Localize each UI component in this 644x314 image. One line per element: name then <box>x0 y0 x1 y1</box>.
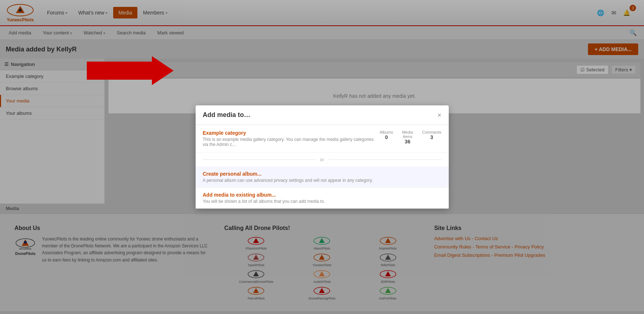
stat-albums: Albums 0 <box>380 130 393 145</box>
stat-comments: Comments 3 <box>422 130 441 145</box>
option-existing-desc: You will be shown a list of all albums t… <box>203 199 442 204</box>
modal-close-button[interactable]: × <box>438 112 442 118</box>
modal-category-row[interactable]: Example category This is an example medi… <box>196 125 449 152</box>
modal-option-create-album[interactable]: Create personal album... A personal albu… <box>196 167 449 188</box>
divider-line-right <box>328 159 441 160</box>
modal-title: Add media to… <box>203 111 251 119</box>
category-desc: This is an example media gallery categor… <box>203 137 380 147</box>
arrow-container <box>87 54 174 88</box>
option-create-desc: A personal album can use advanced privac… <box>203 178 442 183</box>
red-arrow-icon <box>87 54 174 87</box>
divider-line-left <box>203 159 316 160</box>
modal: Add media to… × Example category This is… <box>196 105 449 209</box>
modal-header: Add media to… × <box>196 105 449 125</box>
modal-body: Example category This is an example medi… <box>196 125 449 209</box>
modal-overlay[interactable]: Add media to… × Example category This is… <box>0 0 644 311</box>
modal-divider: or <box>196 152 449 167</box>
option-create-title: Create personal album... <box>203 171 442 177</box>
option-existing-title: Add media to existing album... <box>203 192 442 198</box>
category-info: Example category This is an example medi… <box>203 130 380 147</box>
svg-marker-31 <box>87 56 174 85</box>
modal-option-existing-album[interactable]: Add media to existing album... You will … <box>196 188 449 209</box>
divider-text: or <box>316 157 329 162</box>
stat-media-items: Media items 36 <box>402 130 413 145</box>
category-name: Example category <box>203 130 380 136</box>
category-stats: Albums 0 Media items 36 Comments 3 <box>380 130 441 145</box>
